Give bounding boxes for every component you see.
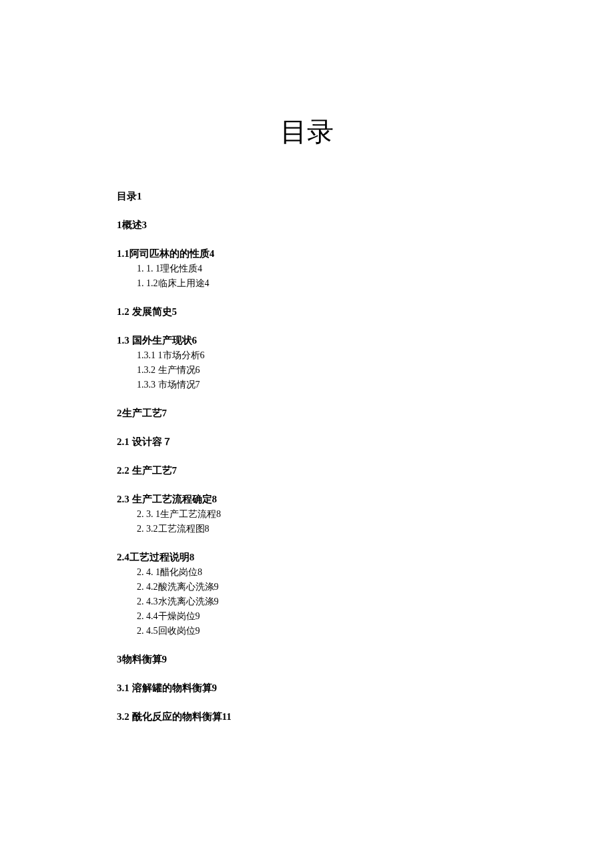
toc-subentry: 2. 3. 1生产工艺流程8 (137, 508, 497, 520)
toc-subentry: 2. 4.4干燥岗位9 (137, 610, 497, 622)
toc-entry: 1.2 发展简史5 (117, 306, 497, 318)
toc-subentry: 2. 3.2工艺流程图8 (137, 523, 497, 535)
toc-entry: 1概述3 (117, 219, 497, 232)
toc-entry: 2.2 生产工艺7 (117, 464, 497, 477)
document-page: 目录 目录1 1概述3 1.1阿司匹林的的性质4 1. 1. 1理化性质4 1.… (0, 0, 614, 793)
toc-entry: 1.1阿司匹林的的性质4 (117, 248, 497, 260)
toc-entry: 2.4工艺过程说明8 (117, 551, 497, 564)
toc-subentry: 1.3.1 1市场分析6 (137, 350, 497, 362)
toc-subentry: 1.3.3 市场情况7 (137, 379, 497, 391)
toc-entry: 3.2 酰化反应的物料衡算11 (117, 711, 497, 723)
toc-subentry: 1.3.2 生产情况6 (137, 364, 497, 376)
toc-entry: 2生产工艺7 (117, 407, 497, 420)
toc-entry: 目录1 (117, 190, 497, 203)
toc-entry: 1.3 国外生产现状6 (117, 334, 497, 347)
toc-entry: 2.1 设计容７ (117, 436, 497, 448)
toc-subentry: 2. 4.5回收岗位9 (137, 625, 497, 637)
page-title: 目录 (117, 113, 497, 150)
toc-entry: 2.3 生产工艺流程确定8 (117, 493, 497, 506)
toc-subentry: 1. 1.2临床上用途4 (137, 278, 497, 290)
toc-entry: 3.1 溶解罐的物料衡算9 (117, 682, 497, 695)
toc-subentry: 2. 4.2酸洗离心洗涤9 (137, 581, 497, 593)
toc-subentry: 1. 1. 1理化性质4 (137, 263, 497, 275)
toc-entry: 3物料衡算9 (117, 653, 497, 666)
toc-subentry: 2. 4. 1醋化岗位8 (137, 566, 497, 578)
toc-subentry: 2. 4.3水洗离心洗涤9 (137, 596, 497, 608)
